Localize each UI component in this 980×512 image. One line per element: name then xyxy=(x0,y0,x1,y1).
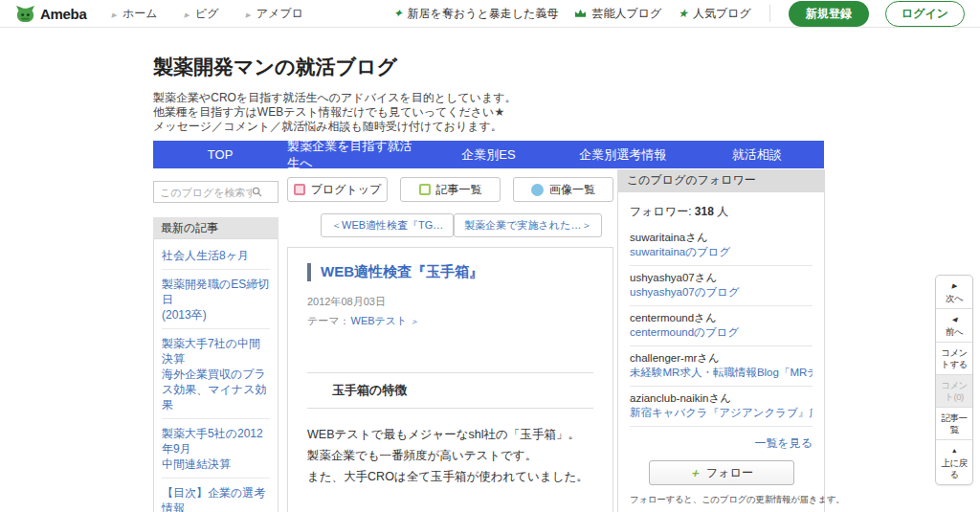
popular-blog-label: 人気ブログ xyxy=(693,6,751,22)
theme-label: テーマ： xyxy=(307,314,350,328)
article-list-button[interactable]: 記事一覧 xyxy=(400,177,501,202)
followers-view-all-link[interactable]: 一覧を見る xyxy=(630,427,813,454)
play-right-icon xyxy=(938,280,970,292)
follower-item: ushyashya07さん ushyashya07のブログ xyxy=(630,266,813,306)
entry-list-button[interactable]: 記事一覧 xyxy=(936,408,972,440)
article-section-title: 玉手箱の特徴 xyxy=(307,373,593,408)
follower-count-value: 318 xyxy=(695,205,714,218)
pickup-topic-label: 新居を奪おうと暴走した義母 xyxy=(408,6,559,22)
article-theme-row: テーマ： WEBテスト xyxy=(307,314,593,328)
followers-heading: このブログのフォロワー xyxy=(617,169,825,191)
celebrity-blog-link[interactable]: 芸能人ブログ xyxy=(574,6,661,22)
theme-link[interactable]: WEBテスト xyxy=(351,314,408,328)
title-accent-bar xyxy=(307,263,311,281)
arrow-right-icon xyxy=(245,7,250,20)
latest-article-link[interactable]: 製薬開発職のES締切日 (2013卒) xyxy=(162,270,270,329)
blogtop-button[interactable]: ブログトップ xyxy=(287,177,388,202)
star-icon xyxy=(678,7,688,20)
blog-title[interactable]: 製薬開発マンの就活ブログ xyxy=(153,54,823,80)
follower-count-unit: 人 xyxy=(717,205,728,218)
next-entry-button[interactable]: 次へ xyxy=(936,276,972,309)
breadcrumb-label: ピグ xyxy=(195,6,219,22)
plus-icon xyxy=(689,465,701,481)
arrow-right-icon xyxy=(112,7,117,20)
follower-count: フォロワー: 318 人 xyxy=(630,204,813,220)
follower-blog-link[interactable]: ushyashya07のブログ xyxy=(630,285,813,300)
celebrity-blog-label: 芸能人ブログ xyxy=(591,6,661,22)
followers-box: フォロワー: 318 人 suwaritainaさん suwaritainaのブ… xyxy=(617,191,825,512)
blog-tabs: ブログトップ 記事一覧 画像一覧 xyxy=(287,177,613,202)
header-links: 新居を奪おうと暴走した義母 芸能人ブログ 人気ブログ 新規登録 ログイン xyxy=(393,1,965,27)
nav-es-by-company[interactable]: 企業別ES xyxy=(421,141,555,168)
pickup-topic-link[interactable]: 新居を奪おうと暴走した義母 xyxy=(393,6,559,22)
article: WEB適性検査『玉手箱』 2012年08月03日 テーマ： WEBテスト 玉手箱… xyxy=(287,247,613,512)
follower-item: centermoundさん centermoundのブログ xyxy=(630,306,813,346)
article-title-row: WEB適性検査『玉手箱』 xyxy=(307,263,593,281)
blogtop-icon xyxy=(294,184,305,195)
follow-button[interactable]: フォロー xyxy=(649,460,794,485)
write-comment-button[interactable]: コメントする xyxy=(936,343,972,375)
popular-blog-link[interactable]: 人気ブログ xyxy=(678,6,751,22)
arrow-right-icon xyxy=(184,7,189,20)
follower-blog-link[interactable]: 未経験MR求人・転職情報Blog「MRチャレン… xyxy=(630,366,813,380)
prev-entry-label: 前へ xyxy=(946,326,963,337)
right-sidebar: このブログのフォロワー フォロワー: 318 人 suwaritainaさん s… xyxy=(617,169,825,512)
ameba-logo[interactable]: Ameba xyxy=(15,5,87,23)
follower-name: ushyashya07さん xyxy=(630,271,813,285)
nav-selection-info[interactable]: 企業別選考情報 xyxy=(556,141,690,168)
ameba-mascot-icon xyxy=(15,5,35,23)
latest-article-link[interactable]: 【目次】企業の選考情報 xyxy=(162,479,270,512)
nav-consultation[interactable]: 就活相談 xyxy=(690,141,824,168)
back-to-top-label: 上に戻る xyxy=(941,457,967,479)
signup-button[interactable]: 新規登録 xyxy=(789,1,869,27)
follower-blog-link[interactable]: suwaritainaのブログ xyxy=(630,245,813,259)
blog-header: 製薬開発マンの就活ブログ 製薬企業やCROを目指す就活生へのアドバイスを目的とし… xyxy=(153,54,823,134)
comment-count-button: コメント(0) xyxy=(936,375,972,408)
latest-articles-box: 社会人生活8ヶ月 製薬開発職のES締切日 (2013卒) 製薬大手7社の中間決算… xyxy=(153,238,278,512)
left-sidebar: 最新の記事 社会人生活8ヶ月 製薬開発職のES締切日 (2013卒) 製薬大手7… xyxy=(153,181,278,512)
follow-note: フォローすると、このブログの更新情報が届きます。 xyxy=(630,494,813,506)
prev-entry-button[interactable]: 前へ xyxy=(936,309,972,343)
next-article-button[interactable]: 製薬企業で実施された…＞ xyxy=(454,213,602,237)
up-triangle-icon xyxy=(938,445,970,456)
divider xyxy=(307,408,593,409)
breadcrumb-pigg[interactable]: ピグ xyxy=(184,6,218,22)
article-date: 2012年08月03日 xyxy=(307,295,593,309)
search-icon[interactable] xyxy=(252,187,262,197)
breadcrumb: ホーム ピグ アメブロ xyxy=(112,6,303,22)
blog-search-box[interactable] xyxy=(153,181,278,203)
login-button[interactable]: ログイン xyxy=(885,1,965,27)
chevron-right-icon xyxy=(408,315,418,328)
prev-article-button[interactable]: ＜WEB適性検査『TG… xyxy=(321,213,454,237)
nav-for-students[interactable]: 製薬企業を目指す就活生へ xyxy=(287,141,421,168)
breadcrumb-ameblo[interactable]: アメブロ xyxy=(245,6,303,22)
latest-articles-section: 最新の記事 社会人生活8ヶ月 製薬開発職のES締切日 (2013卒) 製薬大手7… xyxy=(153,217,278,512)
follower-item: challenger-mrさん 未経験MR求人・転職情報Blog「MRチャレン… xyxy=(630,346,813,387)
follower-name: azianclub-naikinさん xyxy=(630,391,813,406)
follow-button-label: フォロー xyxy=(706,465,753,481)
breadcrumb-home[interactable]: ホーム xyxy=(112,6,158,22)
search-input[interactable] xyxy=(160,187,252,198)
back-to-top-button[interactable]: 上に戻る xyxy=(936,440,972,484)
latest-article-link[interactable]: 製薬大手5社の2012年9月 中間連結決算 xyxy=(162,419,270,479)
latest-article-link[interactable]: 製薬大手7社の中間決算 海外企業買収のプラス効果、マイナス効果 xyxy=(162,329,270,419)
article-list-label: 記事一覧 xyxy=(436,182,482,198)
sparkle-icon xyxy=(393,7,403,20)
image-list-button[interactable]: 画像一覧 xyxy=(513,177,613,202)
breadcrumb-label: アメブロ xyxy=(256,6,303,22)
follower-name: challenger-mrさん xyxy=(630,351,813,366)
blog-description-line: メッセージ／コメント／就活悩み相談も随時受け付けております。 xyxy=(153,120,823,134)
article-paragraph: WEBテストで最もメジャーなshl社の「玉手箱」。 製薬企業でも一番頻度が高いテ… xyxy=(307,424,593,487)
follower-blog-link[interactable]: centermoundのブログ xyxy=(630,325,813,340)
follower-count-label: フォロワー: xyxy=(630,205,691,218)
latest-articles-heading: 最新の記事 xyxy=(153,217,278,238)
latest-article-link[interactable]: 社会人生活8ヶ月 xyxy=(162,241,270,270)
play-left-icon xyxy=(938,314,970,325)
follower-name: suwaritainaさん xyxy=(630,231,813,245)
nav-top[interactable]: TOP xyxy=(153,141,287,168)
crown-icon xyxy=(574,9,587,18)
follower-blog-link[interactable]: 新宿キャバクラ『アジアンクラブ』広報担当… xyxy=(630,406,813,420)
article-title[interactable]: WEB適性検査『玉手箱』 xyxy=(321,263,483,281)
main-column: ブログトップ 記事一覧 画像一覧 ＜WEB適性検査『TG… 製薬企業で実施された… xyxy=(287,177,613,512)
divider xyxy=(769,5,770,22)
